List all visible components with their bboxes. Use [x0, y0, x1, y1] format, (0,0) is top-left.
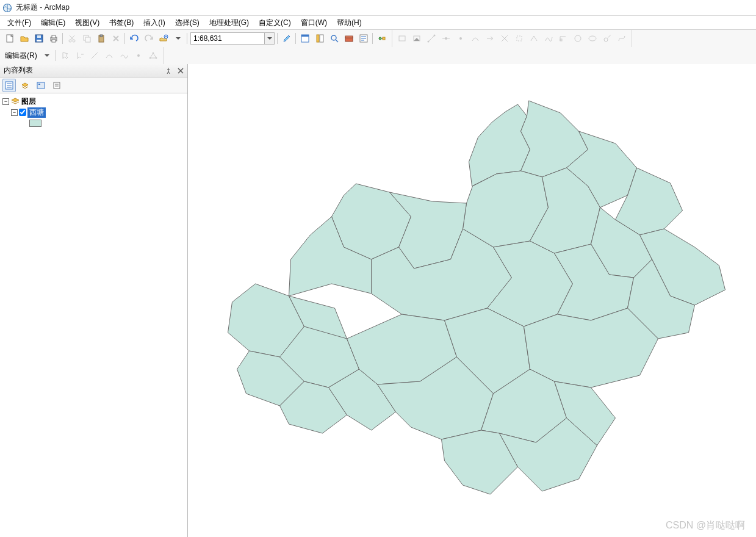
svg-point-19: [331, 35, 336, 40]
draw-tangent-icon[interactable]: [600, 32, 614, 45]
svg-rect-20: [345, 37, 353, 41]
menu-geoproc[interactable]: 地理处理(G): [204, 16, 254, 29]
draw-rect-icon[interactable]: [395, 32, 409, 45]
polygon-swatch-icon[interactable]: [29, 120, 41, 127]
map-view[interactable]: CSDN @肖哒哒啊: [188, 64, 756, 537]
edit-trace-icon[interactable]: [117, 49, 131, 62]
layers-icon: [10, 96, 20, 106]
scale-dropdown[interactable]: [264, 33, 274, 44]
draw-square-icon[interactable]: [513, 32, 526, 45]
scale-input[interactable]: [191, 33, 264, 44]
svg-point-36: [137, 54, 140, 57]
toc-tab-selection[interactable]: [50, 79, 63, 92]
svg-rect-15: [301, 35, 309, 42]
menu-edit[interactable]: 编辑(E): [36, 16, 70, 29]
draw-polyrect-icon[interactable]: [410, 32, 423, 45]
menu-help[interactable]: 帮助(H): [332, 16, 367, 29]
draw-arc-icon[interactable]: [469, 32, 482, 45]
toc-tab-drawing-order[interactable]: [2, 79, 16, 92]
svg-rect-13: [100, 35, 103, 37]
svg-rect-25: [399, 36, 405, 41]
layer-visibility-checkbox[interactable]: [19, 109, 26, 116]
editor-dd[interactable]: [40, 49, 54, 62]
svg-rect-3: [37, 40, 41, 41]
menu-select[interactable]: 选择(S): [170, 16, 204, 29]
draw-end-icon[interactable]: [483, 32, 497, 45]
svg-rect-2: [35, 35, 43, 42]
svg-rect-24: [383, 37, 385, 40]
separator: [123, 32, 127, 45]
window-title: 无标题 - ArcMap: [16, 2, 70, 13]
map-canvas[interactable]: [188, 64, 756, 537]
draw-midpoint-icon[interactable]: [439, 32, 453, 45]
editor-tb-icon[interactable]: [280, 32, 293, 45]
menu-insert[interactable]: 插入(I): [139, 16, 170, 29]
menu-bookmark[interactable]: 书签(B): [104, 16, 139, 29]
draw-bezier-icon[interactable]: [615, 32, 628, 45]
svg-rect-80: [38, 84, 40, 85]
tree-symbol-row[interactable]: [2, 118, 185, 129]
svg-rect-22: [360, 35, 367, 42]
menu-window[interactable]: 窗口(W): [296, 16, 332, 29]
svg-rect-32: [560, 39, 562, 41]
modelbuilder-button[interactable]: [375, 32, 389, 45]
svg-rect-16: [301, 35, 309, 37]
search-window-button[interactable]: [328, 32, 341, 45]
close-icon[interactable]: [176, 66, 185, 76]
svg-rect-18: [320, 35, 323, 42]
catalog-window-button[interactable]: [313, 32, 326, 45]
paste-button[interactable]: [95, 32, 108, 45]
save-button[interactable]: [32, 32, 46, 45]
pin-icon[interactable]: [164, 66, 173, 76]
new-button[interactable]: [3, 32, 16, 45]
draw-point-icon[interactable]: [454, 32, 467, 45]
minus-icon[interactable]: −: [2, 98, 9, 105]
edit-vertices-icon[interactable]: [146, 49, 160, 62]
redo-button[interactable]: [142, 32, 156, 45]
draw-ellipse-icon[interactable]: [586, 32, 599, 45]
menu-file[interactable]: 文件(F): [2, 16, 36, 29]
toc-tab-visibility[interactable]: [34, 79, 48, 92]
scale-combo[interactable]: [190, 32, 275, 45]
delete-button[interactable]: [109, 32, 123, 45]
menu-view[interactable]: 视图(V): [70, 16, 104, 29]
svg-rect-79: [37, 82, 45, 88]
draw-intersect-icon[interactable]: [498, 32, 511, 45]
menu-customize[interactable]: 自定义(C): [254, 16, 296, 29]
edit-line-icon[interactable]: [88, 49, 101, 62]
open-button[interactable]: [18, 32, 31, 45]
svg-point-33: [575, 35, 581, 41]
editor-toolbar: 编辑器(R): [0, 47, 164, 64]
svg-rect-1: [7, 35, 13, 42]
svg-point-35: [604, 38, 608, 41]
arctoolbox-button[interactable]: [342, 32, 356, 45]
add-data-button[interactable]: [157, 32, 170, 45]
minus-icon[interactable]: −: [11, 109, 18, 116]
svg-rect-6: [52, 35, 56, 38]
tree-layer-row[interactable]: − 西塘: [2, 107, 185, 118]
edit-tool-icon[interactable]: [59, 49, 72, 62]
add-data-dd[interactable]: [171, 32, 185, 45]
editor-menu[interactable]: 编辑器(R): [2, 51, 40, 61]
draw-segment-icon[interactable]: [527, 32, 541, 45]
python-window-button[interactable]: [357, 32, 370, 45]
print-button[interactable]: [47, 32, 60, 45]
svg-point-39: [155, 57, 157, 59]
separator: [185, 32, 189, 45]
copy-button[interactable]: [80, 32, 93, 45]
draw-rtangle-icon[interactable]: [556, 32, 570, 45]
edit-anno-tool-icon[interactable]: [73, 49, 87, 62]
svg-rect-81: [54, 82, 60, 88]
cut-button[interactable]: [65, 32, 79, 45]
separator: [371, 32, 375, 45]
edit-arc-icon[interactable]: [103, 49, 116, 62]
toc-window-button[interactable]: [298, 32, 312, 45]
draw-line-icon[interactable]: [425, 32, 438, 45]
tree-root[interactable]: − 图层: [2, 96, 185, 107]
edit-point-icon[interactable]: [132, 49, 145, 62]
draw-trace-icon[interactable]: [542, 32, 555, 45]
undo-button[interactable]: [128, 32, 141, 45]
layer-name[interactable]: 西塘: [27, 107, 46, 118]
draw-circle-icon[interactable]: [571, 32, 585, 45]
toc-tab-source[interactable]: [18, 79, 32, 92]
